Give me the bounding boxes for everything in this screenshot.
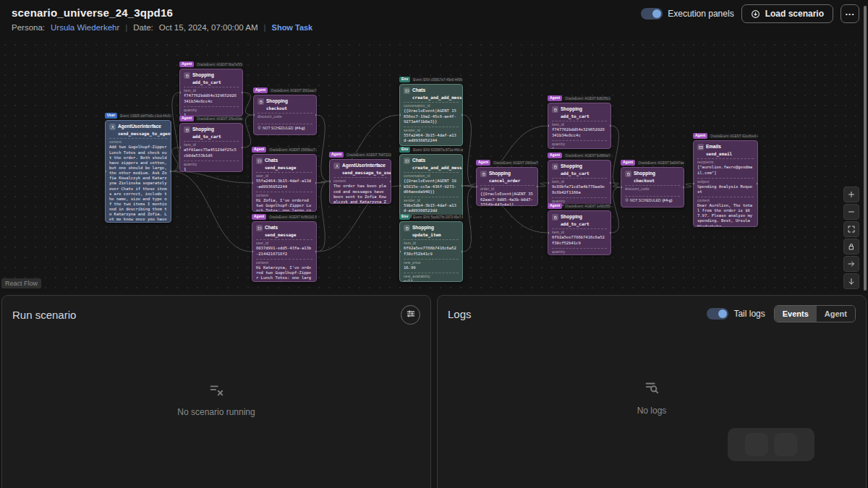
field-label: discount_code bbox=[258, 115, 312, 119]
field-label: quantity bbox=[552, 200, 607, 203]
node-card[interactable]: Shoppingadd_to_cartitem_id9c88bfa71cd5a4… bbox=[548, 160, 611, 206]
more-options-button[interactable]: ··· bbox=[841, 4, 859, 23]
schedule-meta: (#4-g) bbox=[295, 126, 305, 130]
event-id: OracleEvent: AGENT 9c88bfa7-1cd5-4a77-8a… bbox=[563, 153, 611, 158]
node-card[interactable]: Shoppingadd_to_cartitem_id6f92a5ee7786b7… bbox=[548, 210, 611, 255]
toggle-knob bbox=[652, 9, 661, 18]
field-value: {{OracleEvent|AGENT 15656ec7-19a2-45c6-a… bbox=[404, 108, 459, 124]
tab-agent[interactable]: Agent bbox=[817, 306, 855, 322]
flow-node[interactable]: AgentOracleEvent: AGENT 6ba7e5f3-71ac-4b… bbox=[179, 61, 243, 116]
node-card[interactable]: Chatssend_messageuser_id55fa2464-3b15-4d… bbox=[252, 154, 317, 212]
flow-node[interactable]: AgentOracleEvent: AGENT 2f9ce0da-8cb3-4e… bbox=[179, 116, 243, 172]
scrollbar-thumb[interactable] bbox=[864, 6, 867, 291]
node-card[interactable]: Shoppingcheckoutdiscount_codeNOT SCHEDUL… bbox=[253, 95, 317, 135]
arrow-down-button[interactable] bbox=[843, 273, 859, 289]
schedule-status: NOT SCHEDULED bbox=[630, 198, 661, 202]
flow-node[interactable]: EnvEvent: ENV 5ac827fb-2973-45e7-b7ba-c8… bbox=[399, 214, 463, 282]
flow-canvas[interactable]: React Flow UserEvent: USER dd47fa5c-c3cd… bbox=[0, 40, 868, 293]
field-label: item_id bbox=[184, 89, 239, 93]
date-label: Date: bbox=[133, 23, 153, 32]
execution-panels-toggle[interactable] bbox=[641, 8, 663, 20]
field-label: order_id bbox=[480, 187, 534, 191]
field-value: Add two Gugelhupf-Zipper Lunch Totes and… bbox=[109, 145, 167, 223]
tune-icon bbox=[406, 309, 416, 321]
flow-node[interactable]: AgentOracleEvent: AGENT 15656ec7-19a2-45… bbox=[252, 147, 317, 212]
show-task-link[interactable]: Show Task bbox=[272, 23, 313, 32]
node-subtitle: add_to_cart bbox=[192, 134, 221, 139]
zoom-in-button[interactable] bbox=[843, 187, 859, 202]
node-badge: Agent bbox=[179, 116, 194, 121]
flow-node[interactable]: AgentOracleEvent: AGENT 5a6047ae-b628-4e… bbox=[621, 160, 684, 207]
app-header: scenario_universe_24_3qpd16 Persona: Urs… bbox=[0, 0, 868, 40]
react-flow-attribution[interactable]: React Flow bbox=[1, 278, 41, 288]
load-scenario-button[interactable]: Load scenario bbox=[741, 4, 833, 23]
node-badge: Agent bbox=[693, 133, 707, 139]
field-label: quantity bbox=[552, 250, 607, 254]
event-id: OracleEvent: AGENT 8d82f5b1-71cc-40a7-96… bbox=[563, 96, 611, 101]
bag-icon bbox=[184, 72, 190, 79]
persona-name-link[interactable]: Ursula Wiederkehr bbox=[51, 23, 119, 32]
node-card[interactable]: Shoppingadd_to_cartitem_idf747762bdd84e3… bbox=[179, 69, 243, 116]
flow-node[interactable]: EnvEvent: ENV 63358f7a-871a-44fc-a295-4c… bbox=[399, 147, 463, 218]
node-subtitle: checkout bbox=[634, 178, 655, 183]
node-card[interactable]: Chatscreate_and_add_messageconversation_… bbox=[399, 154, 463, 218]
field-label: content bbox=[109, 140, 167, 144]
field-label: user_id bbox=[256, 241, 312, 245]
node-card[interactable]: Shoppingupdate_itemitem_id6f92a5ee7786b7… bbox=[399, 221, 463, 282]
lock-button[interactable] bbox=[843, 239, 859, 254]
field-label: item_id bbox=[552, 123, 607, 127]
flow-node[interactable]: AgentOracleEvent: AGENT 8d82f5b1-71cc-40… bbox=[548, 95, 611, 149]
node-card[interactable]: AgentUserInterfacesend_message_to_userco… bbox=[329, 159, 391, 204]
node-subtitle: send_message_to_agent bbox=[118, 131, 171, 136]
logs-title: Logs bbox=[448, 308, 472, 320]
flow-node[interactable]: EnvEvent: ENV c55817e7-45e6-4456-98d8-7a… bbox=[399, 77, 463, 146]
field-label: user_id bbox=[256, 174, 312, 178]
flow-node[interactable]: AgentOracleEvent: AGENT 9c88bfa7-1cd5-4a… bbox=[548, 153, 611, 206]
flow-node[interactable]: AgentOracleEvent: AGENT 42ec8ce6-41cd-44… bbox=[693, 133, 758, 227]
faded-overlay bbox=[728, 428, 814, 461]
arrow-right-button[interactable] bbox=[843, 256, 859, 272]
event-id: OracleEvent: AGENT 42ec8ce6-41cd-4471-b7… bbox=[709, 134, 758, 139]
field-label: quantity bbox=[184, 163, 239, 166]
event-id: OracleEvent: AGENT 2f9ce0da-8cb3-4e51-8d… bbox=[195, 116, 243, 121]
flow-node[interactable]: AgentOracleEvent: AGENT 1e90cf55-8d3a-4c… bbox=[548, 203, 611, 255]
field-label: content bbox=[697, 199, 754, 202]
fit-view-button[interactable] bbox=[843, 221, 859, 237]
tail-logs-toggle[interactable] bbox=[707, 308, 728, 320]
bag-icon bbox=[258, 98, 264, 105]
tail-logs-label: Tail logs bbox=[733, 309, 765, 319]
run-settings-button[interactable] bbox=[401, 305, 420, 325]
user-icon bbox=[109, 124, 116, 130]
node-badge: Agent bbox=[253, 87, 268, 93]
node-title: Chats bbox=[412, 87, 463, 93]
field-value: 9c88bfa71cd5a4b778aa9e8c8b42f1160a bbox=[552, 184, 607, 194]
zoom-out-button[interactable] bbox=[843, 204, 859, 220]
flow-node[interactable]: AgentOracleEvent: AGENT 4cf8b2d1-58ce-4c… bbox=[252, 214, 317, 282]
node-card[interactable]: Shoppingcheckoutdiscount_codeNOT SCHEDUL… bbox=[621, 167, 684, 207]
flow-node[interactable]: AgentOracleEvent: AGENT 29b5ea7f-8605-4e… bbox=[476, 160, 538, 206]
scenario-meta: Persona: Ursula Wiederkehr | Date: Oct 1… bbox=[12, 23, 856, 32]
flow-node[interactable]: AgentOracleEvent: AGENT 7b87221f-4283-48… bbox=[329, 152, 391, 204]
chat-icon bbox=[404, 158, 410, 164]
node-badge: Env bbox=[399, 214, 410, 220]
field-value: null bbox=[404, 279, 459, 282]
field-value: 8037d991-edd5-43fa-a13b-2144216718f2 bbox=[256, 246, 312, 256]
node-card[interactable]: Shoppingadd_to_cartitem_idf747762bdd84e3… bbox=[548, 103, 611, 149]
node-card[interactable]: Emailssend_emailrecipients["aurelien.fav… bbox=[693, 140, 758, 227]
node-card[interactable]: Chatssend_messageuser_id8037d991-edd5-43… bbox=[252, 221, 317, 282]
node-card[interactable]: Shoppingadd_to_cartitem_ida5f01aec75a451… bbox=[179, 123, 243, 172]
date-value: Oct 15, 2024, 07:00:00 AM bbox=[159, 23, 258, 32]
flow-node[interactable]: AgentOracleEvent: AGENT 3562aac7-8d05-4a… bbox=[253, 87, 317, 135]
node-card[interactable]: Shoppingcancel_orderorder_id{{OracleEven… bbox=[476, 167, 538, 206]
node-subtitle: send_message_to_user bbox=[342, 170, 391, 175]
tab-events[interactable]: Events bbox=[775, 306, 817, 322]
load-scenario-icon bbox=[751, 9, 760, 19]
event-id: Event: ENV c55817e7-45e6-4456-98d8-7af5d… bbox=[412, 77, 463, 82]
event-id: OracleEvent: AGENT 15656ec7-19a2-45c6-ae… bbox=[268, 147, 317, 153]
event-id: OracleEvent: AGENT 5a6047ae-b628-4e1b-9d… bbox=[637, 160, 684, 166]
field-value: 6f92a5ee7786b7416c6a52f30cf52b41c9 bbox=[552, 235, 607, 245]
flow-node[interactable]: UserEvent: USER dd47fa5c-c3cd-44c5-859a-… bbox=[105, 113, 171, 223]
node-card[interactable]: AgentUserInterfacesend_message_to_agentc… bbox=[105, 120, 171, 223]
node-card[interactable]: Chatscreate_and_add_messageconversation_… bbox=[399, 84, 463, 146]
schedule-meta: (#4-g) bbox=[663, 198, 673, 202]
